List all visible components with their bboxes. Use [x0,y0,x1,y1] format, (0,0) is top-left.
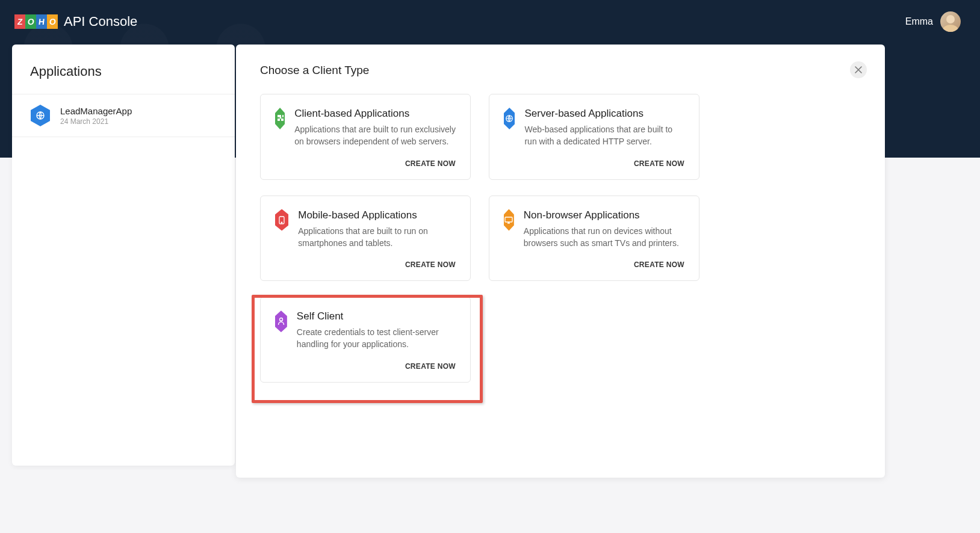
client-type-card-self-client[interactable]: Self Client Create credentials to test c… [260,297,471,383]
logo-letter: Z [17,17,23,26]
puzzle-icon [275,108,285,129]
client-type-modal: Choose a Client Type Client-based Applic… [236,45,885,478]
globe-icon [504,108,515,129]
logo-letter: O [49,17,57,26]
card-desc: Web-based applications that are built to… [524,123,684,148]
app-globe-icon [30,105,51,126]
close-icon [855,66,862,73]
client-type-card-non-browser[interactable]: Non-browser Applications Applications th… [489,196,699,282]
mobile-icon [275,209,288,231]
app-date: 24 March 2021 [60,117,132,126]
app-name: LeadManagerApp [60,106,132,116]
card-title: Client-based Applications [294,108,456,120]
create-now-link[interactable]: CREATE NOW [405,362,456,371]
client-type-card-mobile-based[interactable]: Mobile-based Applications Applications t… [260,196,471,282]
card-title: Mobile-based Applications [298,209,456,221]
client-type-card-server-based[interactable]: Server-based Applications Web-based appl… [489,94,699,180]
card-desc: Applications that are built to run exclu… [294,123,456,148]
card-title: Server-based Applications [524,108,684,120]
card-title: Non-browser Applications [524,209,684,221]
card-desc: Applications that are built to run on sm… [298,225,456,250]
logo-letter: O [27,17,35,26]
card-desc: Create credentials to test client-server… [297,326,456,351]
logo-letter: H [38,17,45,26]
create-now-link[interactable]: CREATE NOW [405,159,456,168]
svg-rect-4 [505,217,512,222]
person-icon [275,310,287,332]
user-name: Emma [905,16,933,27]
avatar[interactable] [940,11,961,32]
svg-point-3 [281,222,282,223]
card-title: Self Client [297,310,456,322]
svg-point-5 [279,318,282,321]
create-now-link[interactable]: CREATE NOW [634,260,684,269]
user-menu[interactable]: Emma [905,11,961,32]
monitor-icon [504,209,514,231]
modal-title: Choose a Client Type [260,64,861,77]
zoho-logo-icon: Z O H O [14,14,58,29]
card-desc: Applications that run on devices without… [524,225,684,250]
applications-panel: Applications LeadManagerApp 24 March 202… [12,45,235,466]
application-row[interactable]: LeadManagerApp 24 March 2021 [12,94,235,137]
create-now-link[interactable]: CREATE NOW [634,159,684,168]
create-now-link[interactable]: CREATE NOW [405,260,456,269]
applications-title: Applications [12,64,235,94]
client-type-card-client-based[interactable]: Client-based Applications Applications t… [260,94,471,180]
close-button[interactable] [850,61,867,78]
console-title: API Console [64,14,137,29]
logo-area: Z O H O API Console [14,14,137,29]
